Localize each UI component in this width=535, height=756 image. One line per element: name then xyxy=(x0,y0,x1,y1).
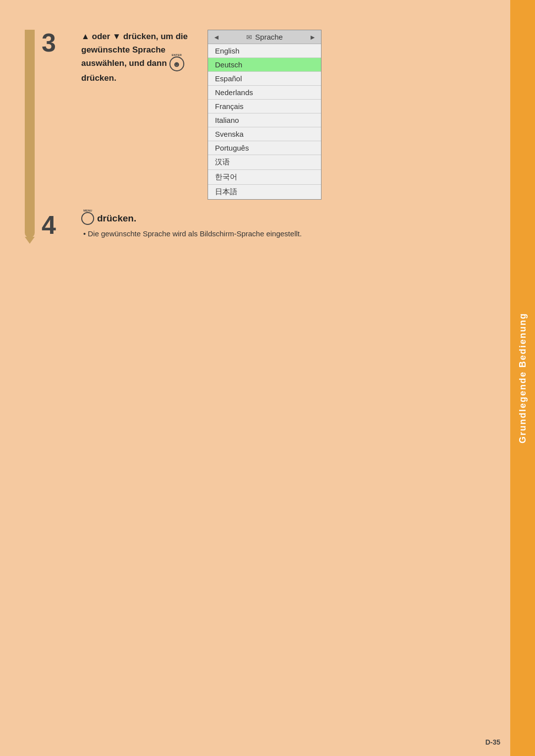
step4-row: 4 drücken. Die gewünschte Sprache wird a… xyxy=(42,212,485,238)
menu-icon[interactable] xyxy=(81,212,94,225)
lang-item-chinese[interactable]: 汉语 xyxy=(208,155,321,170)
enter-icon[interactable]: ☻ xyxy=(169,56,184,71)
step3-number: 3 xyxy=(42,30,56,55)
step4-number: 4 xyxy=(42,212,56,238)
step4-instruction: drücken. xyxy=(81,212,302,225)
lang-menu-title: ✉ Sprache xyxy=(246,33,283,41)
lang-item-deutsch[interactable]: Deutsch xyxy=(208,58,321,72)
main-content: 3 ▲ oder ▼ drücken, um die gewünschte Sp… xyxy=(0,0,510,756)
step3-text: ▲ oder ▼ drücken, um die gewünschte Spra… xyxy=(81,30,188,85)
bookmark-bar xyxy=(25,30,35,238)
side-tab-text: Grundlegende Bedienung xyxy=(518,313,528,443)
lang-item-japanese[interactable]: 日本語 xyxy=(208,185,321,199)
step3-line2: gewünschte Sprache xyxy=(81,45,165,54)
lang-item-svenska[interactable]: Svenska xyxy=(208,127,321,141)
step3-number-box: 3 xyxy=(42,30,81,55)
lang-item-francais[interactable]: Français xyxy=(208,100,321,113)
arrow-right-icon[interactable]: ► xyxy=(309,33,316,41)
arrow-left-icon[interactable]: ◄ xyxy=(213,33,220,41)
step3-line3: auswählen, und dann xyxy=(81,59,167,68)
lang-item-korean[interactable]: 한국어 xyxy=(208,170,321,185)
page-number: D-35 xyxy=(485,738,500,746)
lang-item-nederlands[interactable]: Nederlands xyxy=(208,86,321,100)
side-tab: Grundlegende Bedienung xyxy=(510,0,535,756)
step4-bullet: Die gewünschte Sprache wird als Bildschi… xyxy=(81,229,302,238)
step4-drucken: drücken. xyxy=(97,212,136,225)
steps-column: 3 ▲ oder ▼ drücken, um die gewünschte Sp… xyxy=(42,30,485,238)
step3-row: 3 ▲ oder ▼ drücken, um die gewünschte Sp… xyxy=(42,30,485,200)
chat-icon: ✉ xyxy=(246,33,252,41)
lang-menu-header: ◄ ✉ Sprache ► xyxy=(208,30,321,44)
language-list: English Deutsch Español Nederlands Franç… xyxy=(208,44,321,199)
step3-layout: ▲ oder ▼ drücken, um die gewünschte Spra… xyxy=(81,30,321,200)
lang-item-portugues[interactable]: Português xyxy=(208,141,321,155)
lang-menu-header-text: Sprache xyxy=(255,33,283,41)
step4-number-box: 4 xyxy=(42,212,81,238)
lang-item-english[interactable]: English xyxy=(208,44,321,58)
lang-item-italiano[interactable]: Italiano xyxy=(208,113,321,127)
step3-instruction: ▲ oder ▼ drücken, um die gewünschte Spra… xyxy=(81,30,188,85)
language-menu-box: ◄ ✉ Sprache ► English Deutsch Español xyxy=(208,30,321,200)
step4-content: drücken. Die gewünschte Sprache wird als… xyxy=(81,212,302,238)
lang-item-espanol[interactable]: Español xyxy=(208,72,321,86)
step3-line4: drücken. xyxy=(81,73,116,83)
step3-line1: ▲ oder ▼ drücken, um die xyxy=(81,32,188,41)
